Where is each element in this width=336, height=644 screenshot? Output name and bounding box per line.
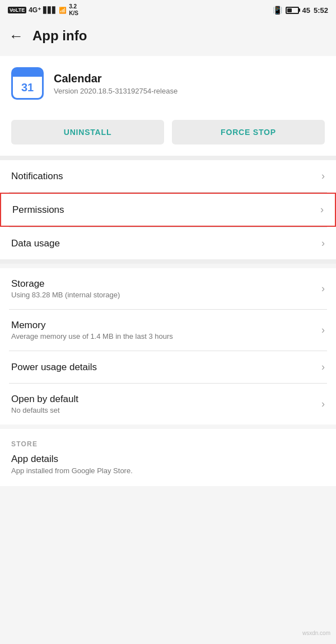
- speed-indicator: 3.2K/S: [69, 3, 78, 17]
- force-stop-button[interactable]: FORCE STOP: [172, 120, 325, 144]
- permissions-row[interactable]: Permissions ›: [0, 193, 336, 227]
- storage-row[interactable]: Storage Using 83.28 MB (internal storage…: [0, 268, 336, 309]
- status-right: 📳 45 5:52: [273, 6, 329, 15]
- signal-bars: ▋▋▋: [43, 7, 57, 14]
- calendar-icon-body: 31: [13, 77, 42, 98]
- open-by-default-row[interactable]: Open by default No defaults set ›: [0, 384, 336, 424]
- signal-indicator: 4G⁺: [29, 6, 41, 14]
- divider-2: [0, 259, 336, 264]
- battery-level: 45: [302, 6, 310, 15]
- uninstall-button[interactable]: UNINSTALL: [11, 120, 164, 144]
- vibrate-icon: 📳: [273, 6, 282, 15]
- app-info-text: Calendar Version 2020.18.5-313192754-rel…: [54, 72, 178, 95]
- watermark: wsxdn.com: [302, 630, 330, 636]
- volte-indicator: VoLTE: [8, 7, 26, 13]
- time-display: 5:52: [314, 6, 328, 15]
- header: ← App info: [0, 20, 336, 52]
- notifications-title: Notifications: [11, 171, 63, 182]
- data-usage-chevron: ›: [321, 237, 325, 249]
- wifi-icon: 📶: [59, 7, 67, 14]
- memory-subtitle: Average memory use of 1.4 MB in the last…: [11, 332, 173, 340]
- calendar-date-number: 31: [21, 81, 34, 94]
- store-section-label: STORE: [11, 435, 325, 451]
- memory-chevron: ›: [321, 324, 325, 336]
- app-version: Version 2020.18.5-313192754-release: [54, 87, 178, 95]
- permissions-title: Permissions: [12, 204, 64, 216]
- data-usage-title: Data usage: [11, 238, 60, 249]
- back-button[interactable]: ←: [9, 29, 24, 43]
- power-usage-chevron: ›: [321, 361, 325, 373]
- data-usage-row[interactable]: Data usage ›: [0, 227, 336, 259]
- notifications-row[interactable]: Notifications ›: [0, 160, 336, 192]
- page-title: App info: [32, 28, 87, 44]
- status-left: VoLTE 4G⁺ ▋▋▋ 📶 3.2K/S: [8, 3, 78, 17]
- app-icon: 31: [11, 67, 44, 100]
- app-name: Calendar: [54, 72, 178, 85]
- detail-section: Storage Using 83.28 MB (internal storage…: [0, 268, 336, 424]
- app-card: 31 Calendar Version 2020.18.5-313192754-…: [0, 56, 336, 111]
- open-by-default-chevron: ›: [321, 398, 325, 410]
- app-details-title: App details: [11, 454, 325, 465]
- power-usage-title: Power usage details: [11, 362, 97, 373]
- power-usage-row[interactable]: Power usage details ›: [0, 351, 336, 383]
- divider-1: [0, 156, 336, 160]
- open-by-default-subtitle: No defaults set: [11, 406, 78, 414]
- storage-subtitle: Using 83.28 MB (internal storage): [11, 291, 120, 299]
- store-section: STORE App details App installed from Goo…: [0, 429, 336, 486]
- settings-section: Notifications › Permissions › Data usage…: [0, 160, 336, 259]
- memory-title: Memory: [11, 320, 173, 331]
- app-details-subtitle: App installed from Google Play Store.: [11, 466, 325, 475]
- status-bar: VoLTE 4G⁺ ▋▋▋ 📶 3.2K/S 📳 45 5:52: [0, 0, 336, 20]
- calendar-icon-header: [13, 69, 42, 77]
- memory-row[interactable]: Memory Average memory use of 1.4 MB in t…: [0, 310, 336, 351]
- open-by-default-title: Open by default: [11, 394, 78, 405]
- storage-title: Storage: [11, 278, 120, 290]
- storage-chevron: ›: [321, 283, 325, 295]
- battery-icon: [286, 7, 299, 14]
- notifications-chevron: ›: [321, 170, 325, 182]
- action-buttons: UNINSTALL FORCE STOP: [0, 111, 336, 156]
- permissions-chevron: ›: [320, 204, 324, 216]
